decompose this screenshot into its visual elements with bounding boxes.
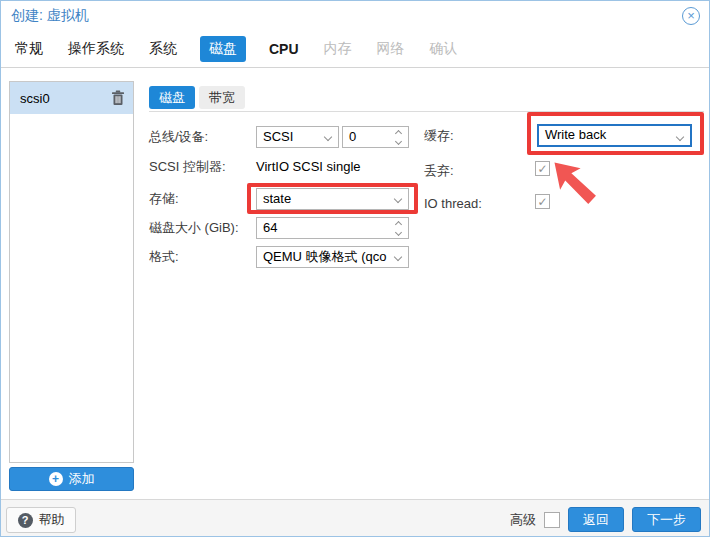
subtab-bandwidth[interactable]: 带宽 bbox=[199, 86, 245, 109]
disk-size-stepper[interactable]: 64 bbox=[256, 217, 409, 239]
bus-number-value: 0 bbox=[349, 129, 356, 144]
scsi-controller-label: SCSI 控制器: bbox=[149, 156, 226, 178]
disk-size-value: 64 bbox=[263, 220, 277, 235]
cache-select-value: Write back bbox=[545, 127, 606, 142]
help-button-label: 帮助 bbox=[39, 511, 65, 529]
chevron-down-icon bbox=[394, 253, 402, 261]
iothread-label: IO thread: bbox=[424, 193, 482, 215]
add-disk-button-label: 添加 bbox=[69, 470, 95, 488]
tab-memory: 内存 bbox=[322, 36, 354, 62]
tab-network: 网络 bbox=[375, 36, 407, 62]
tab-os[interactable]: 操作系统 bbox=[66, 36, 126, 62]
disk-size-label: 磁盘大小 (GiB): bbox=[149, 217, 239, 239]
add-disk-button[interactable]: + 添加 bbox=[9, 467, 134, 491]
chevron-down-icon bbox=[394, 195, 402, 203]
format-select[interactable]: QEMU 映像格式 (qco bbox=[256, 246, 409, 268]
bus-select-value: SCSI bbox=[263, 129, 293, 144]
discard-checkbox[interactable]: ✓ bbox=[535, 161, 550, 176]
discard-label: 丢弃: bbox=[424, 160, 454, 182]
question-circle-icon: ? bbox=[18, 513, 33, 528]
subtab-disk[interactable]: 磁盘 bbox=[149, 86, 195, 109]
next-button[interactable]: 下一步 bbox=[632, 507, 701, 532]
bus-device-label: 总线/设备: bbox=[149, 126, 208, 148]
cache-label: 缓存: bbox=[424, 125, 454, 147]
format-select-value: QEMU 映像格式 (qco bbox=[263, 249, 387, 264]
advanced-label: 高级 bbox=[510, 511, 536, 529]
bus-select[interactable]: SCSI bbox=[256, 126, 339, 148]
disk-item-label: scsi0 bbox=[20, 91, 111, 106]
dialog-header: 创建: 虚拟机 × bbox=[1, 1, 709, 31]
tab-cpu[interactable]: CPU bbox=[267, 37, 301, 61]
trash-icon[interactable] bbox=[111, 90, 125, 106]
bus-number-stepper[interactable]: 0 bbox=[342, 126, 409, 148]
help-button[interactable]: ? 帮助 bbox=[6, 507, 76, 533]
wizard-tabbar: 常规 操作系统 系统 磁盘 CPU 内存 网络 确认 bbox=[1, 31, 709, 68]
spinner-arrows-icon[interactable] bbox=[392, 127, 404, 147]
scsi-controller-value: VirtIO SCSI single bbox=[256, 156, 361, 178]
format-label: 格式: bbox=[149, 246, 179, 268]
cache-select[interactable]: Write back bbox=[537, 124, 692, 147]
tab-system[interactable]: 系统 bbox=[147, 36, 179, 62]
annotation-arrow bbox=[548, 162, 605, 205]
storage-select-value: state bbox=[263, 191, 291, 206]
tab-disks[interactable]: 磁盘 bbox=[200, 36, 246, 62]
back-button[interactable]: 返回 bbox=[568, 507, 624, 532]
dialog-footer: ? 帮助 高级 返回 下一步 bbox=[1, 499, 709, 537]
spinner-arrows-icon[interactable] bbox=[392, 218, 404, 238]
disk-list-item-scsi0[interactable]: scsi0 bbox=[10, 82, 133, 114]
chevron-down-icon bbox=[676, 133, 684, 141]
plus-circle-icon: + bbox=[49, 472, 63, 486]
advanced-checkbox[interactable] bbox=[544, 512, 560, 528]
close-icon[interactable]: × bbox=[682, 7, 700, 25]
tab-confirm: 确认 bbox=[428, 36, 460, 62]
chevron-down-icon bbox=[324, 133, 332, 141]
subtab-separator bbox=[149, 111, 704, 112]
tab-general[interactable]: 常规 bbox=[13, 36, 45, 62]
storage-label: 存储: bbox=[149, 188, 179, 210]
storage-select[interactable]: state bbox=[256, 188, 409, 210]
dialog-title: 创建: 虚拟机 bbox=[11, 7, 89, 25]
create-vm-dialog: 创建: 虚拟机 × 常规 操作系统 系统 磁盘 CPU 内存 网络 确认 scs… bbox=[0, 0, 710, 537]
disk-list-panel: scsi0 bbox=[9, 81, 134, 463]
iothread-checkbox[interactable]: ✓ bbox=[535, 194, 550, 209]
